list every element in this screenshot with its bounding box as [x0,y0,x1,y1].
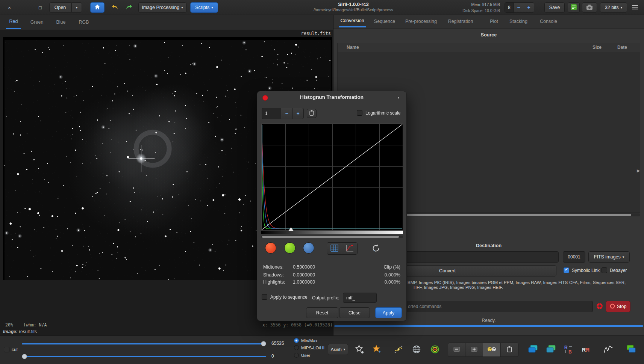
sequence-index-input[interactable]: 00001 [563,251,585,263]
refresh-histogram-button[interactable] [370,243,382,255]
target-icon [430,344,440,355]
rgb-align-button[interactable]: RB [562,343,575,356]
stretch-mode-dropdown[interactable]: Asinh ▾ [328,344,348,355]
debayer-checkbox[interactable]: Debayer [602,267,627,273]
midtones-value[interactable]: 0.5000000 [293,264,315,270]
tab-rgb[interactable]: RGB [75,15,92,29]
star-detection-button[interactable] [353,343,366,356]
sequence-stack-button[interactable] [544,343,557,356]
highlights-value[interactable]: 1.0000000 [293,279,315,285]
midtone-gradient-bar[interactable] [261,231,403,234]
channel-value[interactable]: 1 [262,108,281,119]
astrometry-button[interactable] [410,343,423,356]
image-processing-menu-button[interactable]: Image Processing ▾ [138,2,186,13]
bit-depth-dropdown[interactable]: 32 bits ▾ [600,2,627,13]
chevron-down-icon[interactable]: ▾ [394,94,403,102]
radio-icon [294,345,299,350]
snapshot-button[interactable] [582,2,597,13]
open-recent-button[interactable]: ▾ [71,2,82,13]
symbolic-link-checkbox[interactable]: Symbolic Link [564,267,600,273]
column-name[interactable]: Name [347,45,359,50]
image-stack-button[interactable] [526,343,539,356]
image-processing-label: Image Processing [142,5,179,10]
tab-conversion[interactable]: Conversion [339,15,366,27]
slider-handle[interactable] [22,354,27,359]
log-scale-checkbox[interactable]: Logarithmic scale [357,110,400,116]
tab-preprocessing[interactable]: Pre-processing [403,15,439,27]
mode-minmax-radio[interactable]: Min/Max [294,338,317,343]
reset-button[interactable]: Reset [306,307,338,318]
open-button[interactable]: Open [49,2,71,13]
maximize-icon: □ [39,5,42,11]
stop-button[interactable]: Stop [606,301,630,312]
spiral-galaxy-button[interactable] [392,343,405,356]
cut-checkbox[interactable]: cut [4,347,18,352]
close-button[interactable]: Close [339,307,370,318]
tab-label: Stacking [509,19,527,24]
tab-red[interactable]: Red [6,15,21,29]
hi-slider[interactable] [22,341,266,346]
histogram-plot[interactable] [261,124,403,230]
log-scale-label: Logarithmic scale [365,110,400,116]
mirror-x-button[interactable]: RЯ [579,343,592,356]
green-channel-button[interactable] [284,242,295,254]
threads-decrement-button[interactable]: − [514,2,524,13]
help-button[interactable] [595,302,605,311]
slider-track [22,343,266,344]
home-button[interactable] [90,2,105,13]
undo-button[interactable] [108,3,121,12]
add-frame-button[interactable] [465,343,483,357]
scripts-menu-button[interactable]: Scripts ▾ [190,2,218,13]
progress-bar [334,325,643,327]
column-date[interactable]: Date [617,45,627,50]
tab-green[interactable]: Green [27,15,47,29]
mode-user-radio[interactable]: User [294,353,310,358]
format-dropdown[interactable]: FITS images ▾ [588,251,630,263]
cut-label: cut [12,347,18,352]
tab-sequence[interactable]: Sequence [373,15,397,27]
reference-frame-button[interactable] [483,343,501,357]
panel-expander-button[interactable]: ▶ [637,168,640,173]
stacking-layers-button[interactable] [625,343,638,356]
tab-console[interactable]: Console [538,15,559,27]
tab-stacking[interactable]: Stacking [507,15,530,27]
remove-frame-button[interactable] [448,343,465,357]
tab-registration[interactable]: Registration [445,15,476,27]
tab-label: Conversion [340,18,364,23]
histogram-button[interactable] [602,343,615,356]
tab-plot[interactable]: Plot [488,15,500,27]
siril-window: × – □ Open ▾ Image Processing ▾ Scripts … [0,0,644,364]
script-list-button[interactable] [568,2,580,13]
close-window-button[interactable]: × [5,3,14,12]
copy-values-button[interactable] [307,109,317,118]
channel-increment-button[interactable]: + [292,108,304,119]
lo-slider[interactable] [22,354,266,359]
red-channel-button[interactable] [265,242,276,254]
redo-button[interactable] [123,3,135,12]
hamburger-menu-button[interactable] [629,3,641,12]
column-size[interactable]: Size [592,45,602,50]
threads-value[interactable]: 8 [505,2,514,13]
midtone-slider-handle[interactable] [288,227,294,231]
curve-toggle-button[interactable] [342,242,358,255]
blue-channel-button[interactable] [303,242,314,254]
minimize-window-button[interactable]: – [20,3,30,12]
apply-button[interactable]: Apply [375,307,402,318]
output-prefix-input[interactable]: mtf_ [343,293,377,303]
tab-blue[interactable]: Blue [53,15,69,29]
copy-metadata-button[interactable] [501,343,518,357]
maximize-window-button[interactable]: □ [35,3,45,12]
save-button[interactable]: Save [544,2,565,13]
shadows-value[interactable]: 0.0000000 [293,272,315,278]
apply-to-sequence-checkbox[interactable]: Apply to sequence [262,294,308,300]
histogram-scrollbar[interactable] [261,236,403,238]
channel-decrement-button[interactable]: − [281,108,292,119]
photometry-button[interactable] [429,343,441,356]
psf-star-button[interactable] [370,343,383,356]
grid-toggle-button[interactable] [327,242,342,255]
slider-handle[interactable] [261,341,266,346]
panel-tabs: Conversion Sequence Pre-processing Regis… [333,15,644,29]
threads-increment-button[interactable]: + [524,2,534,13]
mode-mips-radio[interactable]: MIPS-LO/HI [294,345,324,350]
scrollbar-thumb[interactable] [262,236,399,238]
